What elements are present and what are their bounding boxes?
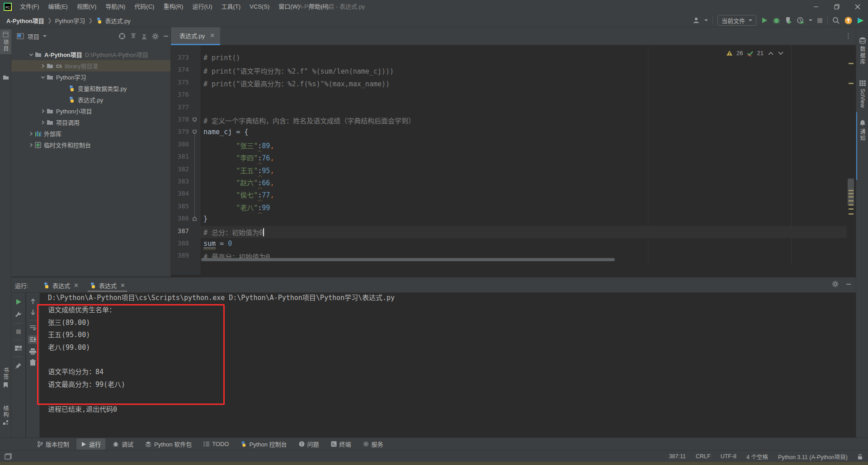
- tool-button-structure[interactable]: 结构: [0, 403, 11, 427]
- gear-icon[interactable]: [152, 33, 159, 40]
- profiler-button[interactable]: [797, 17, 804, 24]
- tool-window-button-服务[interactable]: 服务: [359, 438, 388, 450]
- chevron-right-icon[interactable]: [39, 108, 47, 115]
- tool-window-button-问题[interactable]: 问题: [294, 438, 324, 450]
- menu-item-3[interactable]: 导航(N): [101, 0, 130, 14]
- inspections-widget[interactable]: 26 21: [726, 50, 783, 56]
- run-tab-close-icon[interactable]: ✕: [120, 282, 125, 289]
- hide-run-panel-icon[interactable]: [846, 281, 851, 287]
- tree-row-临时文件和控制台[interactable]: 临时文件和控制台: [11, 139, 170, 150]
- editor-scrollbar[interactable]: [847, 45, 856, 275]
- fold-marker-icon[interactable]: [193, 117, 197, 122]
- breadcrumb-item-2[interactable]: 表达式.py: [105, 16, 130, 25]
- run-with-coverage-button[interactable]: [785, 17, 792, 24]
- code-line-386[interactable]: 386}: [171, 213, 856, 225]
- breadcrumb-item-0[interactable]: A-Python项目: [6, 16, 44, 25]
- chevron-right-icon[interactable]: [28, 130, 35, 137]
- debug-button[interactable]: [773, 17, 780, 24]
- code-line-387[interactable]: 387# 总分：初始值为0: [171, 226, 856, 238]
- menu-item-8[interactable]: VCS(S): [245, 0, 274, 14]
- hide-panel-icon[interactable]: [163, 33, 169, 39]
- layout-icon[interactable]: [15, 346, 22, 351]
- tool-button-database[interactable]: 数据库: [856, 37, 868, 65]
- code-line-385[interactable]: 385 "老八":99: [171, 201, 856, 213]
- pin-icon[interactable]: [15, 362, 22, 369]
- run-tab-1[interactable]: 表达式✕: [84, 277, 131, 293]
- status-item-3[interactable]: 4 个空格: [746, 452, 768, 461]
- tree-row-A-Python项目[interactable]: A-Python项目D:\Python\A-Python项目: [11, 49, 170, 60]
- fold-marker-icon[interactable]: [193, 130, 197, 134]
- breadcrumb-item-1[interactable]: Python学习: [55, 16, 85, 25]
- chevron-right-icon[interactable]: [39, 119, 47, 126]
- tree-row-变量和数据类型.py[interactable]: 变量和数据类型.py: [11, 83, 170, 94]
- tool-window-button-运行[interactable]: 运行: [76, 438, 105, 450]
- prev-problem-icon[interactable]: [768, 52, 774, 55]
- tab-close-icon[interactable]: ✕: [210, 32, 215, 39]
- chevron-down-icon[interactable]: [39, 74, 47, 81]
- code-line-381[interactable]: 381 "李四":76,: [171, 151, 856, 164]
- tool-button-bookmarks[interactable]: 书签: [0, 365, 11, 390]
- tool-window-button-调试[interactable]: 调试: [108, 438, 138, 450]
- tree-row-外部库[interactable]: 外部库: [11, 128, 170, 139]
- tool-button-notifications[interactable]: 通知: [856, 120, 868, 141]
- scroll-down-icon[interactable]: [30, 309, 36, 315]
- tree-row-cs[interactable]: cslibrary根目录: [11, 60, 170, 71]
- expand-all-icon[interactable]: [130, 33, 137, 39]
- menu-item-6[interactable]: 运行(U): [188, 0, 217, 14]
- run-button[interactable]: [761, 17, 768, 24]
- code-line-384[interactable]: 384 "侯七":77,: [171, 188, 856, 201]
- editor-tab-biaodashi[interactable]: 表达式.py ✕: [171, 27, 220, 45]
- code-line-376[interactable]: 376: [171, 89, 856, 102]
- tool-window-button-Python 软件包[interactable]: Python 软件包: [141, 438, 196, 450]
- menu-item-4[interactable]: 代码(C): [130, 0, 159, 14]
- menu-item-7[interactable]: 工具(T): [217, 0, 245, 14]
- editor-horizontal-scrollbar[interactable]: [201, 258, 615, 261]
- run-configuration-select[interactable]: 当前文件: [717, 15, 756, 26]
- chevron-right-icon[interactable]: [28, 141, 35, 149]
- code-line-388[interactable]: 388sum = 0: [171, 238, 856, 250]
- update-icon[interactable]: [844, 17, 852, 24]
- tool-window-button-TODO[interactable]: TODO: [199, 439, 233, 449]
- ide-features-icon[interactable]: [857, 17, 864, 24]
- close-button[interactable]: [847, 0, 868, 14]
- tool-window-button-版本控制[interactable]: 版本控制: [33, 438, 74, 450]
- chevron-down-icon[interactable]: [28, 51, 35, 58]
- code-line-377[interactable]: 377: [171, 102, 856, 114]
- tool-button-commit[interactable]: [0, 72, 11, 82]
- code-line-380[interactable]: 380 "张三":89,: [171, 139, 856, 151]
- profiler-dropdown-caret-icon[interactable]: [809, 19, 812, 21]
- tree-row-Python学习[interactable]: Python学习: [11, 71, 170, 83]
- code-line-379[interactable]: 379name_cj = {: [171, 127, 856, 139]
- soft-wrap-icon[interactable]: [29, 325, 36, 331]
- restore-layout-icon[interactable]: [5, 453, 12, 460]
- locate-file-icon[interactable]: [118, 33, 126, 40]
- run-tab-close-icon[interactable]: ✕: [74, 282, 79, 289]
- code-line-374[interactable]: 374# print("语文平均分为：%2.f" %(sum/len(name_…: [171, 65, 856, 77]
- tree-row-Python小项目[interactable]: Python小项目: [11, 105, 170, 117]
- breadcrumb[interactable]: A-Python项目❯Python学习❯表达式.py: [6, 14, 131, 27]
- rerun-button[interactable]: [15, 298, 22, 305]
- menu-item-2[interactable]: 视图(V): [72, 0, 101, 14]
- print-icon[interactable]: [29, 348, 36, 355]
- status-item-4[interactable]: Python 3.11 (A-Python项目): [778, 452, 848, 461]
- collapse-all-icon[interactable]: [141, 33, 147, 39]
- clear-console-icon[interactable]: [30, 359, 36, 366]
- code-line-375[interactable]: 375# print("语文最高分为：%2.f(%s)"%(max,max_na…: [171, 77, 856, 89]
- code-line-378[interactable]: 378# 定义一个字典结构，内含：姓名及语文成绩（字典结构后面会学到）: [171, 114, 856, 127]
- tool-window-button-Python 控制台[interactable]: Python 控制台: [236, 438, 291, 450]
- tool-button-sciview[interactable]: SciView: [856, 80, 868, 108]
- status-item-2[interactable]: UTF-8: [721, 453, 736, 460]
- next-problem-icon[interactable]: [778, 52, 783, 55]
- unlock-icon[interactable]: [858, 454, 863, 460]
- menu-item-1[interactable]: 编辑(E): [44, 0, 72, 14]
- tree-row-项目调用[interactable]: 项目调用: [11, 117, 170, 128]
- code-line-383[interactable]: 383 "赵六":66,: [171, 176, 856, 188]
- wrench-icon[interactable]: [15, 311, 22, 318]
- code-editor[interactable]: 373# print()374# print("语文平均分为：%2.f" %(s…: [171, 45, 856, 275]
- search-everywhere-icon[interactable]: [832, 17, 840, 24]
- code-line-382[interactable]: 382 "王五":95,: [171, 164, 856, 176]
- tool-window-button-终端[interactable]: 终端: [326, 438, 356, 450]
- chevron-right-icon[interactable]: [39, 62, 47, 70]
- maximize-button[interactable]: [826, 0, 847, 14]
- status-item-0[interactable]: 387:11: [669, 453, 686, 460]
